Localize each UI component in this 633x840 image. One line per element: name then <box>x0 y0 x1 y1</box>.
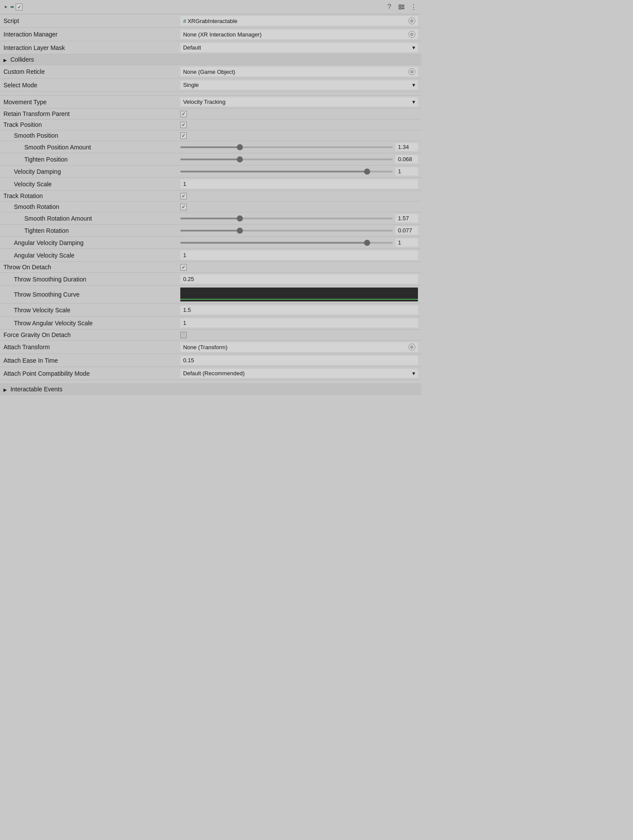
collapse-triangle-icon[interactable] <box>3 4 9 10</box>
track-position-value-cell <box>177 119 421 130</box>
smooth-rotation-amount-slider-container: 1.57 <box>180 214 418 222</box>
velocity-damping-value[interactable]: 1 <box>395 167 418 175</box>
smooth-rotation-amount-slider-thumb[interactable] <box>237 215 243 222</box>
custom-reticle-picker-icon[interactable]: ⊙ <box>408 68 415 75</box>
row-tighten-rotation: Tighten Rotation 0.077 <box>0 225 421 237</box>
angular-velocity-damping-slider-track[interactable] <box>180 242 393 244</box>
velocity-damping-slider-thumb[interactable] <box>364 169 370 175</box>
help-icon[interactable]: ? <box>385 3 394 11</box>
smooth-rotation-value-cell <box>177 202 421 212</box>
svg-point-4 <box>399 4 401 6</box>
angular-velocity-scale-input[interactable] <box>180 251 418 260</box>
angular-velocity-damping-value[interactable]: 1 <box>395 238 418 247</box>
smooth-position-value-cell <box>177 130 421 141</box>
attach-transform-picker-icon[interactable]: ⊙ <box>408 344 415 351</box>
smooth-rotation-amount-value[interactable]: 1.57 <box>395 214 418 222</box>
throw-smoothing-duration-input[interactable] <box>180 274 418 284</box>
row-velocity-damping: Velocity Damping 1 <box>0 165 421 178</box>
angular-velocity-damping-label: Angular Velocity Damping <box>14 239 83 246</box>
tighten-position-slider-thumb[interactable] <box>237 156 243 162</box>
attach-ease-in-time-input[interactable] <box>180 356 418 365</box>
tighten-rotation-slider-track[interactable] <box>180 230 393 231</box>
interaction-manager-value-cell: None (XR Interaction Manager) ⊙ <box>177 28 421 41</box>
component-enabled-checkbox[interactable]: ✓ <box>16 3 23 10</box>
throw-angular-velocity-scale-input[interactable] <box>180 318 418 327</box>
attach-point-compatibility-mode-value: Default (Recommended) <box>183 370 245 377</box>
tighten-rotation-value-cell: 0.077 <box>177 225 421 237</box>
smooth-position-amount-value[interactable]: 1.34 <box>395 143 418 151</box>
select-mode-value-cell: Single ▾ <box>177 79 421 92</box>
velocity-damping-slider-track[interactable] <box>180 171 393 172</box>
attach-ease-in-time-value-cell <box>177 354 421 367</box>
smooth-position-amount-slider-thumb[interactable] <box>237 144 243 150</box>
row-select-mode: Select Mode Single ▾ <box>0 79 421 92</box>
force-gravity-on-detach-label: Force Gravity On Detach <box>3 331 71 338</box>
throw-velocity-scale-value-cell <box>177 304 421 317</box>
chevron-down-icon: ▾ <box>412 44 415 51</box>
smooth-position-amount-slider-container: 1.34 <box>180 143 418 151</box>
movement-type-dropdown[interactable]: Velocity Tracking ▾ <box>180 97 418 106</box>
smooth-position-checkbox[interactable] <box>180 132 187 139</box>
tighten-rotation-value[interactable]: 0.077 <box>395 226 418 235</box>
row-script: Script #XRGrabInteractable ⊙ <box>0 14 421 28</box>
smooth-position-checkbox-cell <box>180 132 418 139</box>
track-position-label: Track Position <box>3 121 42 128</box>
row-angular-velocity-damping: Angular Velocity Damping 1 <box>0 237 421 249</box>
throw-smoothing-curve-curve[interactable] <box>180 288 418 301</box>
smooth-rotation-checkbox[interactable] <box>180 204 187 210</box>
movement-type-value: Velocity Tracking <box>183 99 225 105</box>
force-gravity-on-detach-checkbox[interactable] <box>180 332 187 338</box>
row-interaction-manager: Interaction Manager None (XR Interaction… <box>0 28 421 41</box>
throw-on-detach-label: Throw On Detach <box>3 264 51 271</box>
throw-on-detach-checkbox[interactable] <box>180 264 187 271</box>
smooth-rotation-amount-slider-track[interactable] <box>180 218 393 219</box>
row-attach-transform: Attach Transform None (Transform) ⊙ <box>0 341 421 354</box>
tighten-position-value[interactable]: 0.068 <box>395 155 418 163</box>
velocity-damping-slider-container: 1 <box>180 167 418 175</box>
section-triangle-icon[interactable]: ▶ <box>3 58 7 63</box>
track-position-checkbox[interactable] <box>180 122 187 128</box>
row-interaction-layer-mask: Interaction Layer Mask Default ▾ <box>0 41 421 54</box>
velocity-scale-input[interactable] <box>180 179 418 189</box>
angular-velocity-damping-slider-thumb[interactable] <box>364 240 370 246</box>
throw-on-detach-checkbox-cell <box>180 264 418 271</box>
interaction-layer-mask-dropdown[interactable]: Default ▾ <box>180 43 418 52</box>
chevron-down-icon: ▾ <box>412 99 415 105</box>
interaction-manager-value: None (XR Interaction Manager) <box>183 31 262 38</box>
velocity-scale-value-cell <box>177 178 421 191</box>
custom-reticle-field: None (Game Object) ⊙ <box>180 67 418 76</box>
svg-point-5 <box>402 6 404 8</box>
tighten-rotation-slider-thumb[interactable] <box>237 228 243 234</box>
row-smooth-position: Smooth Position <box>0 130 421 141</box>
row-attach-ease-in-time: Attach Ease In Time <box>0 354 421 367</box>
interaction-manager-picker-icon[interactable]: ⊙ <box>408 31 415 38</box>
row-throw-angular-velocity-scale: Throw Angular Velocity Scale <box>0 317 421 330</box>
custom-reticle-value-cell: None (Game Object) ⊙ <box>177 65 421 79</box>
throw-velocity-scale-input[interactable] <box>180 305 418 314</box>
tighten-position-value-cell: 0.068 <box>177 153 421 165</box>
select-mode-dropdown[interactable]: Single ▾ <box>180 80 418 89</box>
track-rotation-checkbox[interactable] <box>180 193 187 199</box>
retain-transform-parent-checkbox-cell <box>180 111 418 117</box>
track-position-checkbox-cell <box>180 122 418 128</box>
section-triangle-icon[interactable]: ▶ <box>3 387 7 392</box>
attach-transform-field: None (Transform) ⊙ <box>180 342 418 352</box>
retain-transform-parent-checkbox[interactable] <box>180 111 187 117</box>
settings-icon[interactable] <box>397 3 406 11</box>
row-throw-velocity-scale: Throw Velocity Scale <box>0 304 421 317</box>
hash-badge <box>10 6 14 8</box>
throw-velocity-scale-label: Throw Velocity Scale <box>14 307 70 314</box>
track-rotation-checkbox-cell <box>180 193 418 199</box>
smooth-position-amount-label: Smooth Position Amount <box>24 144 91 151</box>
script-picker-icon[interactable]: ⊙ <box>408 17 415 24</box>
smooth-position-amount-slider-track[interactable] <box>180 146 393 148</box>
interaction-layer-mask-value: Default <box>183 44 201 51</box>
properties-table: Script #XRGrabInteractable ⊙ Interaction… <box>0 14 421 395</box>
attach-point-compatibility-mode-dropdown[interactable]: Default (Recommended) ▾ <box>180 369 418 378</box>
attach-transform-label: Attach Transform <box>3 344 50 351</box>
tighten-position-slider-track[interactable] <box>180 159 393 160</box>
row-throw-on-detach: Throw On Detach <box>0 262 421 273</box>
header-right: ? ⋮ <box>385 3 418 11</box>
row-movement-type: Movement Type Velocity Tracking ▾ <box>0 96 421 109</box>
more-options-icon[interactable]: ⋮ <box>409 3 418 11</box>
